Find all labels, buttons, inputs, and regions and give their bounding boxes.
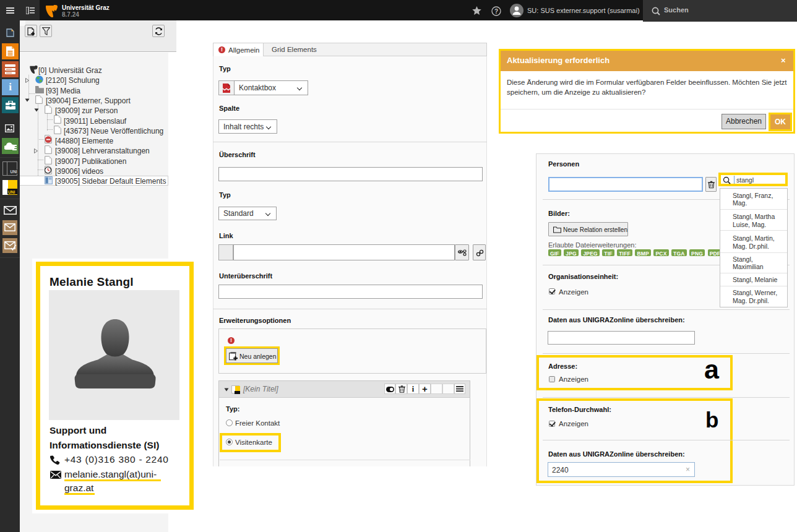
svg-text:UNI: UNI (11, 169, 17, 174)
svg-text:?: ? (494, 8, 498, 15)
